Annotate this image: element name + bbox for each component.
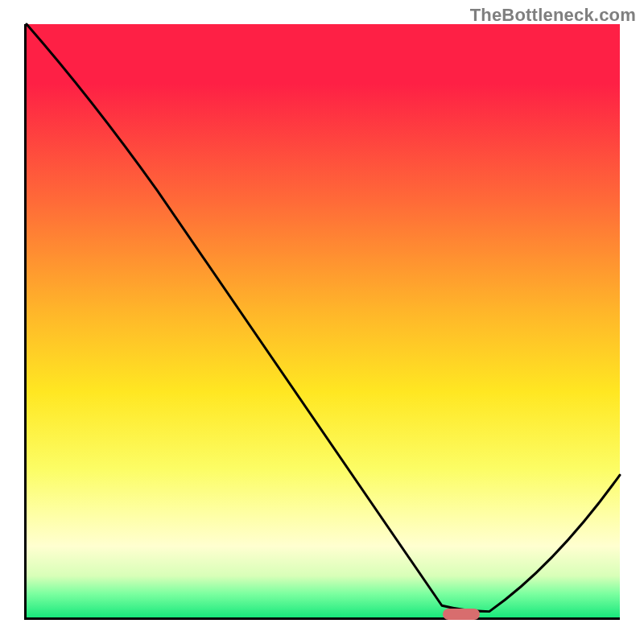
optimum-marker — [443, 609, 480, 620]
attribution-watermark: TheBottleneck.com — [470, 5, 636, 26]
bottleneck-curve — [27, 24, 620, 617]
chart-plot-area — [24, 24, 620, 620]
